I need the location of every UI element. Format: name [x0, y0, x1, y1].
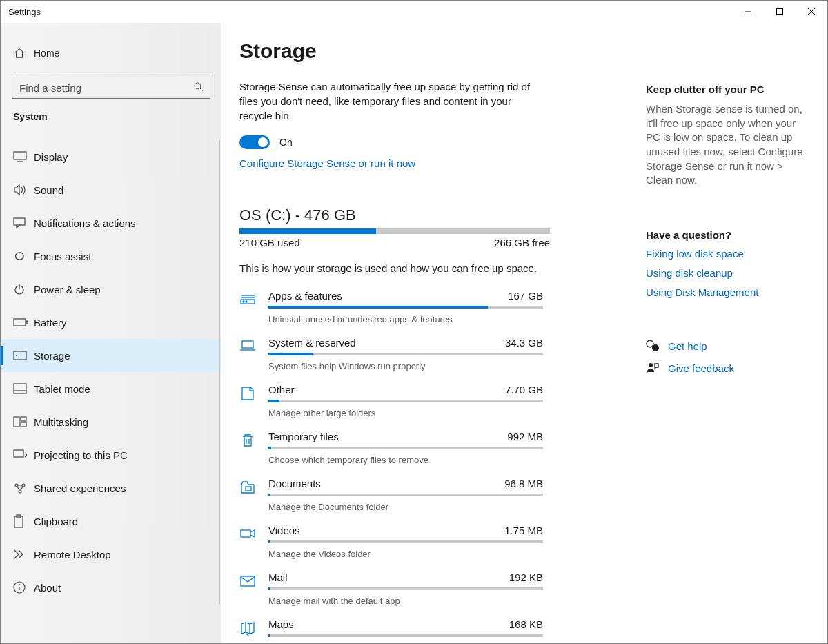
shared-icon — [13, 482, 34, 494]
category-bar — [268, 353, 543, 355]
category-bar — [268, 634, 543, 637]
category-size: 7.70 GB — [505, 384, 543, 396]
main-content: Storage Storage Sense can automatically … — [221, 23, 632, 643]
svg-rect-13 — [14, 351, 26, 360]
other-icon — [239, 384, 268, 418]
close-button[interactable] — [796, 1, 827, 23]
category-bar — [268, 447, 543, 449]
multitasking-icon — [13, 416, 34, 427]
home-nav[interactable]: Home — [1, 39, 221, 67]
category-size: 34.3 GB — [505, 337, 543, 349]
toggle-label: On — [279, 137, 293, 148]
category-sub: Manage mail with the default app — [268, 596, 543, 606]
svg-point-22 — [22, 484, 25, 487]
svg-point-44 — [649, 363, 653, 367]
titlebar: Settings — [1, 1, 827, 23]
category-laptop[interactable]: System & reserved34.3 GBSystem files hel… — [239, 333, 628, 380]
category-sub: Manage the Documents folder — [268, 502, 543, 512]
feedback-link[interactable]: Give feedback — [646, 362, 808, 374]
question-heading: Have a question? — [646, 229, 808, 241]
category-name: Apps & features — [268, 290, 342, 302]
storage-icon — [13, 351, 34, 360]
sound-icon — [13, 184, 34, 196]
svg-point-31 — [246, 301, 247, 302]
category-docs[interactable]: Documents96.8 MBManage the Documents fol… — [239, 474, 628, 521]
search-field[interactable] — [18, 81, 193, 95]
category-sub: Manage other large folders — [268, 408, 543, 418]
apps-icon — [239, 290, 268, 324]
notifications-icon — [13, 217, 34, 228]
search-input[interactable] — [12, 77, 210, 99]
category-name: Documents — [268, 478, 321, 489]
sidebar-item-multitasking[interactable]: Multitasking — [1, 405, 221, 438]
svg-point-4 — [195, 83, 201, 89]
drive-usage-bar — [239, 228, 550, 234]
category-trash[interactable]: Temporary files992 MBChoose which tempor… — [239, 427, 628, 474]
clutter-text: When Storage sense is turned on, it'll f… — [646, 102, 808, 188]
configure-link[interactable]: Configure Storage Sense or run it now — [239, 157, 628, 169]
category-name: Mail — [268, 572, 288, 583]
svg-rect-1 — [777, 9, 783, 15]
aside: Keep clutter off your PC When Storage se… — [632, 23, 827, 643]
sidebar-item-notifications[interactable]: Notifications & actions — [1, 206, 221, 240]
svg-rect-19 — [21, 422, 26, 427]
svg-rect-34 — [242, 341, 253, 348]
svg-rect-6 — [14, 152, 26, 159]
maximize-button[interactable] — [764, 1, 796, 23]
sidebar-item-shared[interactable]: Shared experiences — [1, 471, 221, 505]
sidebar-item-clipboard[interactable]: Clipboard — [1, 505, 221, 538]
video-icon — [239, 525, 268, 559]
focus-assist-icon — [13, 250, 34, 262]
minimize-button[interactable] — [732, 1, 764, 23]
svg-line-5 — [200, 88, 203, 90]
map-icon — [239, 618, 268, 643]
clipboard-icon — [13, 514, 34, 528]
category-map[interactable]: Maps168 KBDelete offline maps or change … — [239, 615, 628, 643]
category-name: Videos — [268, 525, 300, 536]
svg-rect-15 — [14, 384, 26, 393]
get-help-link[interactable]: Get help — [646, 340, 808, 352]
category-mail[interactable]: Mail192 KBManage mail with the default a… — [239, 568, 628, 615]
help-link[interactable]: Using disk cleanup — [646, 267, 808, 279]
sidebar-item-storage[interactable]: Storage — [1, 339, 221, 372]
category-name: Maps — [268, 618, 294, 630]
category-bar — [268, 540, 543, 543]
svg-point-23 — [19, 490, 21, 493]
svg-rect-17 — [14, 417, 19, 427]
category-size: 1.75 MB — [504, 525, 543, 536]
sidebar-item-battery[interactable]: Battery — [1, 306, 221, 339]
category-size: 167 GB — [508, 290, 543, 302]
page-title: Storage — [239, 39, 628, 63]
category-bar — [268, 306, 543, 309]
battery-icon — [13, 318, 34, 326]
nav-list: Display Sound Notifications & actions Fo… — [1, 140, 221, 604]
sidebar-item-display[interactable]: Display — [1, 140, 221, 173]
svg-rect-8 — [14, 218, 25, 225]
sidebar-item-focus-assist[interactable]: Focus assist — [1, 240, 221, 273]
svg-point-28 — [19, 584, 20, 585]
help-link[interactable]: Using Disk Management — [646, 286, 808, 298]
section-heading: System — [1, 111, 221, 122]
category-size: 96.8 MB — [504, 478, 543, 489]
category-name: Other — [268, 384, 295, 396]
svg-rect-20 — [14, 450, 23, 457]
svg-point-30 — [243, 301, 244, 302]
sidebar-item-about[interactable]: About — [1, 571, 221, 604]
svg-point-43 — [652, 344, 659, 351]
storage-sense-toggle[interactable] — [239, 135, 270, 149]
help-link[interactable]: Fixing low disk space — [646, 248, 808, 260]
sidebar-item-projecting[interactable]: Projecting to this PC — [1, 438, 221, 471]
sidebar-item-power-sleep[interactable]: Power & sleep — [1, 273, 221, 306]
docs-icon — [239, 478, 268, 512]
sidebar-item-remote[interactable]: Remote Desktop — [1, 538, 221, 571]
category-bar — [268, 494, 543, 496]
sidebar-item-sound[interactable]: Sound — [1, 173, 221, 206]
svg-rect-40 — [241, 576, 255, 586]
category-video[interactable]: Videos1.75 MBManage the Videos folder — [239, 521, 628, 568]
category-sub: Delete offline maps or change their loca… — [268, 643, 543, 643]
category-other[interactable]: Other7.70 GBManage other large folders — [239, 380, 628, 427]
category-apps[interactable]: Apps & features167 GBUninstall unused or… — [239, 286, 628, 333]
sidebar-scrollbar[interactable] — [219, 140, 220, 604]
sidebar-item-tablet[interactable]: Tablet mode — [1, 372, 221, 405]
category-name: System & reserved — [268, 337, 356, 349]
